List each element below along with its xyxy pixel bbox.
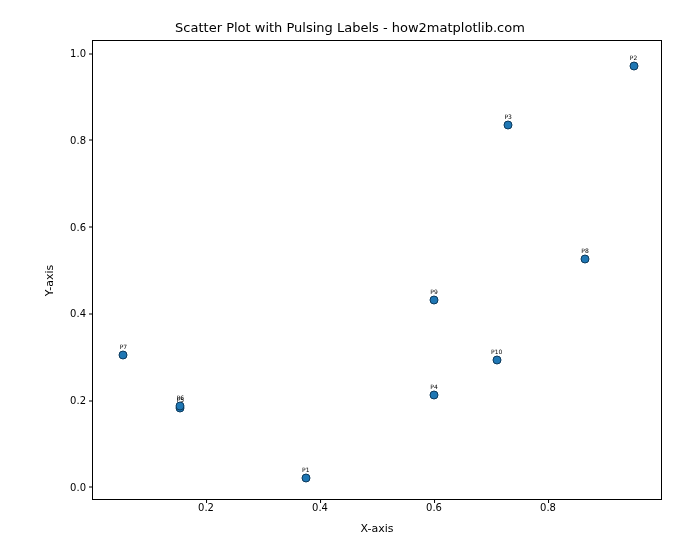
point-label: P7 — [120, 343, 127, 350]
point-label: P4 — [430, 383, 437, 390]
x-axis-label: X-axis — [92, 522, 662, 535]
plot-axes — [92, 40, 662, 500]
point-label: P9 — [430, 288, 437, 295]
y-tick: 1.0 — [56, 48, 86, 59]
data-point — [176, 402, 185, 411]
point-label: P10 — [491, 348, 502, 355]
point-label: P3 — [504, 113, 511, 120]
data-point — [492, 356, 501, 365]
y-tick: 0.2 — [56, 395, 86, 406]
chart-title: Scatter Plot with Pulsing Labels - how2m… — [0, 20, 700, 35]
data-point — [629, 62, 638, 71]
data-point — [504, 121, 513, 130]
figure: Scatter Plot with Pulsing Labels - how2m… — [0, 0, 700, 560]
y-tick: 0.6 — [56, 221, 86, 232]
y-tick: 0.0 — [56, 481, 86, 492]
y-tick: 0.8 — [56, 134, 86, 145]
point-label: P2 — [630, 54, 637, 61]
y-axis-label: Y-axis — [40, 0, 60, 560]
x-tick: 0.2 — [198, 502, 214, 513]
data-point — [301, 474, 310, 483]
x-tick: 0.8 — [540, 502, 556, 513]
x-tick: 0.4 — [312, 502, 328, 513]
data-point — [430, 390, 439, 399]
x-tick: 0.6 — [426, 502, 442, 513]
point-label: P1 — [302, 466, 309, 473]
data-point — [581, 255, 590, 264]
data-point — [430, 295, 439, 304]
y-tick: 0.4 — [56, 308, 86, 319]
point-label: P6 — [177, 394, 184, 401]
data-point — [119, 350, 128, 359]
point-label: P8 — [581, 247, 588, 254]
